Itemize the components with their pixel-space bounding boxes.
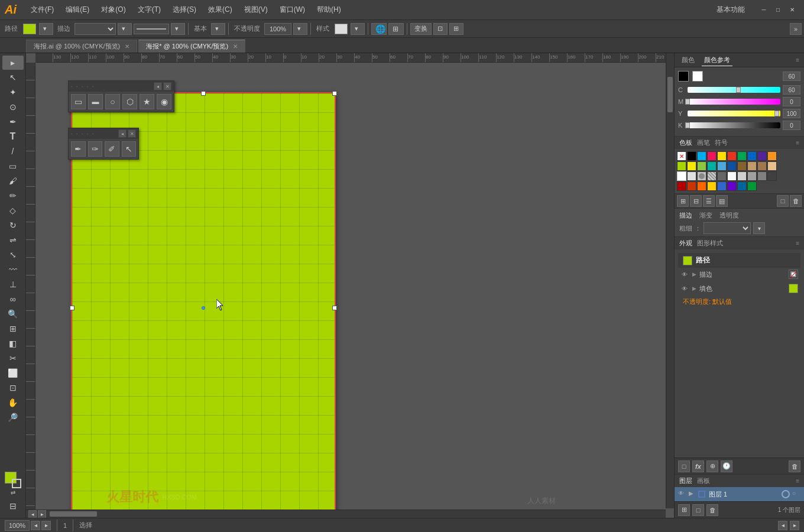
swatch-brown[interactable] xyxy=(737,161,747,171)
tab-0[interactable]: 海报.ai @ 100% (CMYK/预览) ✕ xyxy=(26,40,137,53)
stroke-swatch[interactable] xyxy=(12,479,21,488)
appearance-fill-swatch[interactable] xyxy=(789,284,798,293)
color-panel-menu[interactable]: ≡ xyxy=(796,57,799,63)
tool-mesh[interactable]: ⊞ xyxy=(2,322,24,336)
appearance-opacity-row[interactable]: 不透明度: 默认值 xyxy=(678,296,800,307)
swatch-navy[interactable] xyxy=(727,161,737,171)
menu-view[interactable]: 视图(V) xyxy=(239,4,273,16)
swatch-black[interactable] xyxy=(687,151,696,161)
transparency-tab[interactable]: 透明度 xyxy=(719,211,739,220)
swatch-red2[interactable] xyxy=(687,181,696,191)
appearance-tab[interactable]: 外观 xyxy=(679,239,692,248)
base-options-btn[interactable]: ▾ xyxy=(211,23,225,35)
graphic-styles-tab[interactable]: 图形样式 xyxy=(697,239,723,248)
tool-warp[interactable]: 〰 xyxy=(2,262,24,277)
swatch-purple2[interactable] xyxy=(727,181,737,191)
menu-select[interactable]: 选择(S) xyxy=(168,4,201,16)
swatches-tab[interactable]: 色板 xyxy=(679,138,692,147)
tool-pencil[interactable]: ✏ xyxy=(2,189,24,203)
canvas-content[interactable]: · · · · · ◂ ✕ ▭ ▬ ○ ⬡ ★ ◉ xyxy=(35,63,674,518)
appearance-menu[interactable]: ≡ xyxy=(796,240,799,246)
swatch-m100[interactable] xyxy=(707,151,717,161)
layer-lock-btn[interactable]: ○ xyxy=(792,490,800,498)
transform2-btn[interactable]: ⊡ xyxy=(433,23,448,35)
tool-paint[interactable]: 🖌 xyxy=(2,174,24,188)
screen-mode-btn[interactable]: ⊟ xyxy=(2,499,24,513)
win-minimize-btn[interactable]: ─ xyxy=(757,3,771,17)
page-next-btn[interactable]: ▸ xyxy=(38,510,46,518)
tool-star-btn[interactable]: ★ xyxy=(140,94,154,109)
scroll-thumb-v[interactable] xyxy=(667,77,673,112)
canvas-area[interactable]: 130 120 110 100 90 80 70 60 50 40 30 20 … xyxy=(26,53,674,518)
stroke-weight-select[interactable]: 0.25 pt 0.5 pt 1 pt 2 pt xyxy=(704,222,751,234)
appearance-new-item[interactable]: □ xyxy=(678,460,690,472)
swatch-teal[interactable] xyxy=(707,161,717,171)
tool-hand[interactable]: ✋ xyxy=(2,395,24,410)
stroke-weight-btn[interactable]: ▾ xyxy=(171,23,185,35)
swatch-blue2[interactable] xyxy=(717,181,727,191)
tool-convert-anchor-btn[interactable]: ↖ xyxy=(122,141,137,157)
color-swatch-black[interactable] xyxy=(678,71,689,82)
swatch-show-kinds[interactable]: ▤ xyxy=(716,195,728,207)
page-prev-btn[interactable]: ◂ xyxy=(28,510,37,518)
tool-add-anchor-btn[interactable]: ✑ xyxy=(88,141,103,157)
appearance-copy-btn[interactable]: ⊕ xyxy=(706,460,718,472)
swatch-lt-gray[interactable] xyxy=(687,171,696,181)
layer-expand-btn[interactable]: ▶ xyxy=(689,490,697,498)
tool-poly-btn[interactable]: ⬡ xyxy=(122,94,137,109)
zoom-input[interactable] xyxy=(5,520,30,531)
swatch-skyblue[interactable] xyxy=(717,161,727,171)
tool-reflect[interactable]: ⇌ xyxy=(2,233,24,247)
shapes-panel-collapse[interactable]: ◂ xyxy=(154,82,162,90)
layer-visibility-btn[interactable]: 👁 xyxy=(678,490,686,498)
appearance-clock-btn[interactable]: 🕐 xyxy=(721,460,732,472)
swatch-lime[interactable] xyxy=(677,161,686,171)
handle-tr[interactable] xyxy=(332,91,337,96)
tool-eyedropper[interactable]: 🔍 xyxy=(2,307,24,321)
web-btn[interactable]: 🌐 xyxy=(371,23,387,35)
fill-color-swatch[interactable] xyxy=(23,24,36,34)
tool-lasso[interactable]: ⊙ xyxy=(2,100,24,114)
swatch-teal2[interactable] xyxy=(737,181,747,191)
swatch-dk-red[interactable] xyxy=(677,181,686,191)
tab-1[interactable]: 海报* @ 100% (CMYK/预览) ✕ xyxy=(138,40,245,53)
stroke-weight-dropdown[interactable]: ▾ xyxy=(753,222,765,234)
stroke-tab[interactable]: 描边 xyxy=(679,211,692,220)
swatches-menu[interactable]: ≡ xyxy=(796,140,799,146)
menu-text[interactable]: 文字(T) xyxy=(133,4,166,16)
tool-rect[interactable]: ▭ xyxy=(2,159,24,173)
swatch-list-view[interactable]: ☰ xyxy=(703,195,715,207)
swatch-dk-gray2[interactable] xyxy=(767,171,777,181)
tool-direct-select[interactable]: ↖ xyxy=(2,70,24,85)
swatch-new-btn[interactable]: □ xyxy=(777,195,789,207)
swatch-tan[interactable] xyxy=(747,161,757,171)
scrollbar-horizontal[interactable]: ◂ ▸ xyxy=(26,510,666,518)
appearance-eye-fill[interactable]: 👁 xyxy=(680,284,689,293)
gradient-tab[interactable]: 渐变 xyxy=(699,211,712,220)
menu-effect[interactable]: 效果(C) xyxy=(203,4,237,16)
appearance-fx-btn[interactable]: fx xyxy=(692,460,704,472)
status-nav-prev[interactable]: ◂ xyxy=(778,521,787,530)
swatch-med-gray[interactable] xyxy=(757,171,767,181)
swatch-c100[interactable] xyxy=(697,151,706,161)
tool-magic-wand[interactable]: ✦ xyxy=(2,85,24,99)
opacity-input[interactable] xyxy=(264,23,291,35)
tab-close-0[interactable]: ✕ xyxy=(125,43,129,50)
scrollbar-vertical[interactable] xyxy=(666,53,674,508)
swatch-gray2[interactable] xyxy=(747,171,757,181)
swatch-add-layer[interactable]: ⊞ xyxy=(677,195,689,207)
tool-zoom[interactable]: 🔎 xyxy=(2,410,24,424)
y-input[interactable] xyxy=(783,109,800,118)
zoom-up-btn[interactable]: ▸ xyxy=(41,521,51,530)
swatch-dk-gray[interactable] xyxy=(717,171,727,181)
swatch-red[interactable] xyxy=(727,151,737,161)
swatch-green2[interactable] xyxy=(697,161,706,171)
fs-switch-btn[interactable]: ⇄ xyxy=(11,489,15,496)
k-input[interactable] xyxy=(783,121,800,130)
swatch-grid-view[interactable]: ⊟ xyxy=(690,195,702,207)
symbols-tab[interactable]: 符号 xyxy=(715,138,728,147)
handle-mr[interactable] xyxy=(332,306,337,310)
tool-width[interactable]: ⊥ xyxy=(2,277,24,291)
win-maximize-btn[interactable]: □ xyxy=(771,3,785,17)
fill-options-btn[interactable]: ▾ xyxy=(39,23,53,35)
